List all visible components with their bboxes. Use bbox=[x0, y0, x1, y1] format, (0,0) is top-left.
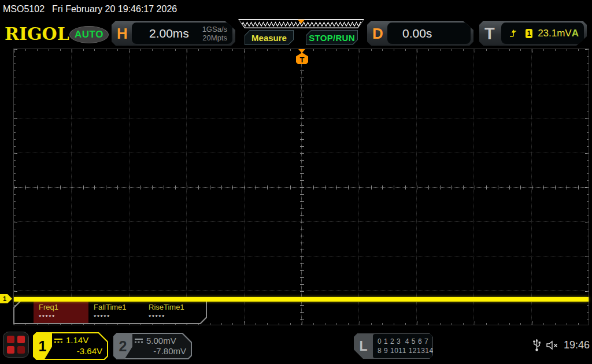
trigger-source-badge: 1 bbox=[526, 29, 532, 38]
trigger-sweep-mode: A bbox=[572, 28, 579, 39]
memory-depth: 20Mpts bbox=[202, 34, 227, 42]
timebase-value: 2.00ms bbox=[149, 27, 189, 40]
datetime: Fri February 20 19:46:17 2026 bbox=[52, 4, 177, 14]
measurement-cell-falltime1[interactable]: FallTime1 ***** bbox=[88, 300, 143, 323]
logic-row2: 8 9 1011 12131415 bbox=[378, 346, 432, 355]
status-bar: MSO5102 Fri February 20 19:46:17 2026 bbox=[3, 2, 177, 16]
trigger-inner: 1 23.1mV A bbox=[501, 23, 584, 44]
trigger-level-value: 23.1mV bbox=[538, 28, 572, 39]
channel1-box[interactable]: 1 1.14V -3.64V bbox=[33, 332, 108, 360]
measurement-label: FallTime1 bbox=[94, 303, 143, 311]
horizontal-inner: 2.00ms 1GSa/s20Mpts bbox=[132, 23, 232, 44]
measurement-overlay: Freq1 ***** FallTime1 ***** RiseTime1 **… bbox=[13, 299, 207, 324]
horizontal-label: H bbox=[117, 24, 128, 42]
measurement-cell-risetime1[interactable]: RiseTime1 ***** bbox=[143, 300, 198, 323]
graticule: T bbox=[13, 49, 589, 325]
channel1-scale: 1.14V bbox=[66, 335, 88, 345]
measure-button[interactable]: Measure bbox=[245, 30, 294, 45]
app-grid-icon[interactable] bbox=[3, 332, 29, 358]
trigger-position-arrow-icon[interactable] bbox=[298, 49, 305, 53]
horizontal-panel[interactable]: H 2.00ms 1GSa/s20Mpts bbox=[112, 21, 235, 46]
graticule-center-v-ticks bbox=[300, 49, 304, 325]
usb-icon bbox=[532, 338, 541, 352]
channel2-values: 5.00mV -7.80mV bbox=[134, 335, 188, 358]
logic-channels: 0 1 2 3 4 5 6 7 8 9 1011 12131415 bbox=[373, 334, 432, 358]
channel1-trace bbox=[14, 297, 589, 302]
channel1-level-marker[interactable]: 1 bbox=[0, 294, 12, 303]
delay-panel[interactable]: D 0.00s bbox=[367, 21, 473, 46]
channel2-scale: 5.00mV bbox=[146, 336, 176, 346]
trigger-panel[interactable]: T 1 23.1mV A bbox=[479, 21, 587, 46]
waveform-preview-strip[interactable] bbox=[238, 19, 364, 28]
delay-inner: 0.00s bbox=[387, 23, 471, 44]
logic-analyzer-box[interactable]: L 0 1 2 3 4 5 6 7 8 9 1011 12131415 bbox=[354, 333, 433, 359]
delay-value: 0.00s bbox=[402, 27, 432, 40]
logic-label: L bbox=[354, 333, 373, 359]
measurement-cell-freq1[interactable]: Freq1 ***** bbox=[34, 300, 88, 323]
sample-rate: 1GSa/s bbox=[202, 25, 227, 34]
trigger-position-marker[interactable]: T bbox=[296, 53, 308, 64]
stop-run-button-label: STOP/RUN bbox=[306, 31, 357, 44]
model-name: MSO5102 bbox=[3, 4, 45, 14]
measurement-value: ***** bbox=[94, 314, 143, 321]
measurement-label: Freq1 bbox=[39, 303, 88, 311]
trigger-label: T bbox=[484, 24, 495, 43]
rigol-logo: RIGOL bbox=[5, 24, 69, 44]
channel2-offset: -7.80mV bbox=[134, 346, 188, 358]
measurement-value: ***** bbox=[39, 314, 88, 321]
system-tray: 19:46 bbox=[532, 338, 590, 352]
measurement-value: ***** bbox=[149, 314, 198, 321]
clock: 19:46 bbox=[564, 339, 590, 351]
channel1-offset: -3.64V bbox=[54, 346, 105, 358]
preview-position-marker-icon bbox=[298, 20, 305, 24]
trigger-status-badge: AUTO bbox=[69, 26, 109, 43]
channel2-box[interactable]: 2 5.00mV -7.80mV bbox=[113, 333, 192, 359]
delay-label: D bbox=[372, 24, 383, 42]
channel1-values: 1.14V -3.64V bbox=[54, 334, 105, 358]
dc-coupling-icon bbox=[54, 337, 63, 343]
oscilloscope-screen: MSO5102 Fri February 20 19:46:17 2026 RI… bbox=[0, 0, 592, 364]
acquisition-info: 1GSa/s20Mpts bbox=[202, 25, 227, 42]
measurement-label: RiseTime1 bbox=[149, 303, 198, 311]
stop-run-button[interactable]: STOP/RUN bbox=[306, 30, 358, 45]
dc-coupling-icon bbox=[134, 337, 143, 343]
rising-edge-icon bbox=[509, 29, 516, 38]
logic-row1: 0 1 2 3 4 5 6 7 bbox=[378, 337, 432, 346]
speaker-muted-icon bbox=[546, 340, 559, 350]
measure-button-label: Measure bbox=[245, 31, 293, 44]
